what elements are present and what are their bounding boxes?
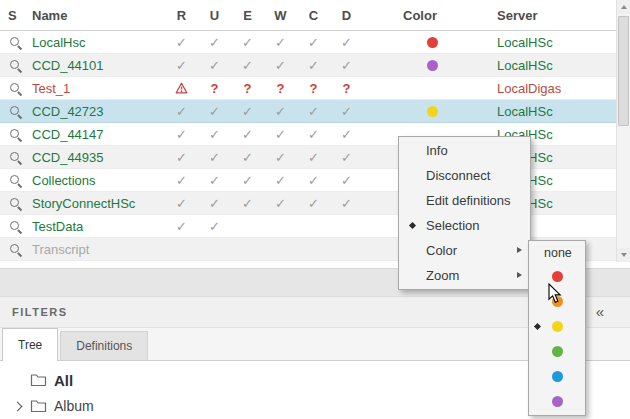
question-mark: ?: [297, 81, 330, 96]
check-icon: ✓: [165, 219, 198, 234]
row-search-cell: [0, 197, 30, 210]
row-color-cell: [363, 60, 495, 71]
vertical-scrollbar[interactable]: [616, 0, 630, 262]
submenu-item-none[interactable]: none: [529, 242, 585, 264]
check-icon: ✓: [231, 150, 264, 165]
magnifier-icon[interactable]: [9, 151, 22, 164]
row-search-cell: [0, 243, 30, 256]
arrow-up-icon: [621, 5, 627, 9]
tab-definitions[interactable]: Definitions: [60, 331, 148, 360]
submenu-item-color-red[interactable]: [529, 264, 585, 289]
magnifier-icon[interactable]: [9, 82, 22, 95]
check-icon: ✓: [165, 127, 198, 142]
column-header-color[interactable]: Color: [363, 8, 495, 23]
menu-item-info[interactable]: Info: [399, 138, 530, 163]
color-swatch: [552, 346, 563, 357]
magnifier-icon[interactable]: [9, 243, 22, 256]
menu-item-label: Zoom: [426, 268, 459, 283]
scrollbar-thumb[interactable]: [618, 16, 629, 126]
row-name: Test_1: [30, 81, 165, 96]
row-server: LocalHSc: [495, 104, 616, 119]
magnifier-icon[interactable]: [9, 197, 22, 210]
menu-item-label: Color: [426, 243, 457, 258]
row-name: TestData: [30, 219, 165, 234]
folder-icon: [30, 373, 47, 387]
column-header-name[interactable]: Name: [30, 8, 165, 23]
table-row[interactable]: CCD_44101✓✓✓✓✓✓LocalHSc: [0, 54, 616, 77]
row-search-cell: [0, 59, 30, 72]
row-name: CCD_44935: [30, 150, 165, 165]
table-row[interactable]: LocalHsc✓✓✓✓✓✓LocalHSc: [0, 31, 616, 54]
row-name: Transcript: [30, 242, 165, 257]
check-icon: ✓: [330, 58, 363, 73]
column-header-c[interactable]: C: [297, 8, 330, 23]
check-icon: ✓: [198, 35, 231, 50]
column-header-e[interactable]: E: [231, 8, 264, 23]
submenu-arrow-icon: [517, 247, 522, 253]
submenu-arrow-icon: [517, 272, 522, 278]
row-name: CCD_44147: [30, 127, 165, 142]
filters-title: FILTERS: [0, 306, 68, 318]
magnifier-icon[interactable]: [9, 36, 22, 49]
check-icon: ✓: [198, 196, 231, 211]
menu-item-label: Selection: [426, 218, 479, 233]
warning-cell: [165, 82, 198, 94]
menu-item-disconnect[interactable]: Disconnect: [399, 163, 530, 188]
menu-item-selection[interactable]: Selection: [399, 213, 530, 238]
magnifier-icon[interactable]: [9, 220, 22, 233]
check-icon: ✓: [165, 150, 198, 165]
menu-item-edit-definitions[interactable]: Edit definitions: [399, 188, 530, 213]
collapse-panel-icon[interactable]: «: [596, 303, 604, 320]
submenu-item-color-green[interactable]: [529, 339, 585, 364]
selected-marker-icon: [534, 323, 541, 330]
column-header-w[interactable]: W: [264, 8, 297, 23]
question-mark: ?: [264, 81, 297, 96]
row-name: CCD_44101: [30, 58, 165, 73]
column-header-d[interactable]: D: [330, 8, 363, 23]
check-icon: ✓: [264, 35, 297, 50]
scroll-up-button[interactable]: [617, 0, 630, 14]
submenu-item-color-yellow[interactable]: [529, 314, 585, 339]
menu-item-label: Info: [426, 143, 448, 158]
check-icon: ✓: [198, 127, 231, 142]
row-server: LocalDigas: [495, 81, 616, 96]
check-icon: ✓: [297, 150, 330, 165]
arrow-down-icon: [621, 253, 627, 257]
row-search-cell: [0, 128, 30, 141]
row-search-cell: [0, 220, 30, 233]
scroll-down-button[interactable]: [617, 248, 630, 262]
submenu-item-color-orange[interactable]: [529, 289, 585, 314]
table-row[interactable]: CCD_42723✓✓✓✓✓✓LocalHSc: [0, 100, 616, 123]
tree-item-label: Album: [54, 398, 94, 414]
submenu-item-color-violet[interactable]: [529, 389, 585, 414]
tab-tree[interactable]: Tree: [2, 328, 58, 361]
column-header-server[interactable]: Server: [495, 8, 616, 23]
magnifier-icon[interactable]: [9, 174, 22, 187]
folder-icon: [30, 373, 47, 387]
check-icon: ✓: [297, 127, 330, 142]
column-header-r[interactable]: R: [165, 8, 198, 23]
check-icon: ✓: [264, 150, 297, 165]
check-icon: ✓: [165, 58, 198, 73]
row-name: Collections: [30, 173, 165, 188]
check-icon: ✓: [231, 35, 264, 50]
magnifier-icon[interactable]: [9, 59, 22, 72]
submenu-item-color-blue[interactable]: [529, 364, 585, 389]
column-header-s[interactable]: S: [0, 8, 30, 23]
question-mark: ?: [198, 81, 231, 96]
check-icon: ✓: [165, 104, 198, 119]
check-icon: ✓: [165, 196, 198, 211]
column-header-u[interactable]: U: [198, 8, 231, 23]
row-color-cell: [363, 106, 495, 117]
color-dot: [427, 37, 438, 48]
check-icon: ✓: [330, 35, 363, 50]
magnifier-icon[interactable]: [9, 128, 22, 141]
table-row[interactable]: Test_1?????LocalDigas: [0, 77, 616, 100]
check-icon: ✓: [330, 127, 363, 142]
menu-item-label: Edit definitions: [426, 193, 511, 208]
menu-item-color[interactable]: Color: [399, 238, 530, 263]
row-name: CCD_42723: [30, 104, 165, 119]
menu-item-zoom[interactable]: Zoom: [399, 263, 530, 288]
row-search-cell: [0, 151, 30, 164]
magnifier-icon[interactable]: [9, 105, 22, 118]
